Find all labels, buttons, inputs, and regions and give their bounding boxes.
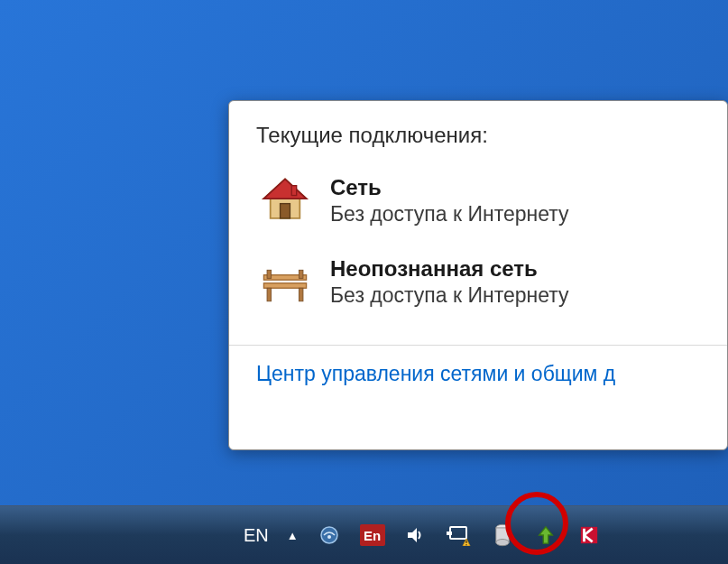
upload-tray-icon[interactable] — [533, 522, 558, 548]
svg-rect-14 — [447, 532, 452, 535]
svg-marker-1 — [263, 179, 306, 199]
svg-rect-8 — [267, 270, 272, 278]
svg-rect-9 — [299, 270, 303, 278]
connection-text: Неопознанная сеть Без доступа к Интернет… — [330, 256, 700, 308]
separator — [229, 345, 727, 346]
connection-status: Без доступа к Интернету — [330, 283, 700, 308]
home-network-icon — [256, 171, 314, 229]
svg-point-20 — [495, 540, 508, 546]
network-center-link[interactable]: Центр управления сетями и общим д — [229, 362, 727, 386]
svg-rect-13 — [450, 527, 466, 539]
volume-tray-icon[interactable] — [403, 522, 429, 548]
connection-item[interactable]: Сеть Без доступа к Интернету — [229, 164, 727, 245]
flyout-title: Текущие подключения: — [229, 123, 727, 164]
svg-rect-2 — [281, 204, 290, 218]
svg-rect-7 — [299, 288, 303, 301]
svg-rect-16 — [465, 541, 466, 543]
kaspersky-tray-icon[interactable] — [576, 522, 602, 548]
svg-rect-6 — [267, 288, 272, 301]
connection-status: Без доступа к Интернету — [330, 202, 700, 227]
network-tray-icon[interactable] — [447, 522, 472, 548]
taskbar: EN ▲ En — [0, 505, 728, 564]
connection-text: Сеть Без доступа к Интернету — [330, 175, 700, 227]
svg-rect-3 — [291, 186, 296, 196]
network-flyout: Текущие подключения: Сеть Без доступа к … — [228, 100, 728, 450]
language-tray-icon[interactable]: En — [360, 522, 385, 548]
connection-item[interactable]: Неопознанная сеть Без доступа к Интернет… — [229, 245, 727, 327]
svg-marker-12 — [408, 528, 417, 542]
connection-name: Сеть — [330, 175, 700, 200]
language-indicator-text[interactable]: EN — [244, 525, 269, 546]
svg-rect-17 — [465, 544, 466, 545]
svg-point-11 — [327, 535, 331, 539]
cylinder-tray-icon[interactable] — [490, 522, 515, 548]
connection-name: Неопознанная сеть — [330, 256, 700, 282]
svg-marker-21 — [539, 527, 552, 543]
bench-network-icon — [256, 253, 314, 310]
wifi-tray-icon[interactable] — [317, 522, 342, 548]
svg-rect-5 — [263, 283, 306, 288]
show-hidden-icons[interactable]: ▲ — [287, 529, 299, 542]
